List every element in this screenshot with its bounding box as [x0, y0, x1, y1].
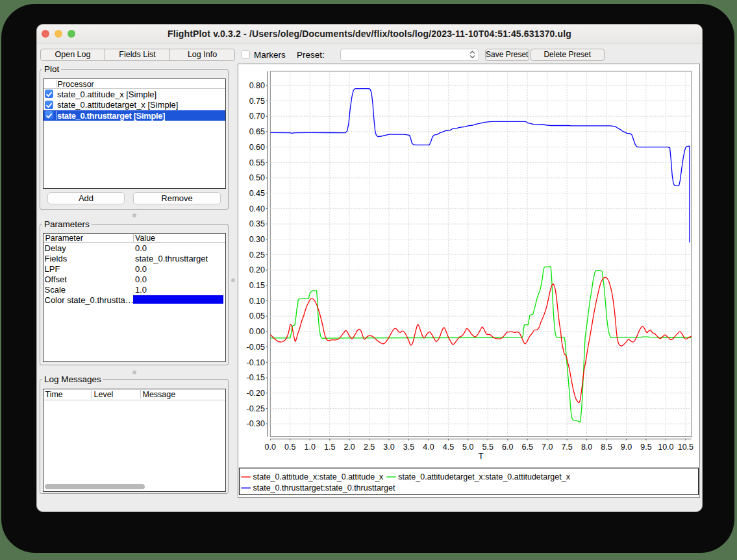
- svg-text:0.65: 0.65: [249, 127, 265, 136]
- svg-text:0.35: 0.35: [249, 219, 265, 228]
- svg-text:state_0.thrusttarget:state_0.t: state_0.thrusttarget:state_0.thrusttarge…: [253, 483, 395, 493]
- svg-text:T: T: [478, 451, 483, 461]
- svg-text:6.0: 6.0: [502, 443, 513, 452]
- svg-text:0.45: 0.45: [249, 189, 265, 198]
- svg-text:0.25: 0.25: [249, 250, 265, 260]
- svg-text:8.5: 8.5: [601, 443, 612, 452]
- svg-text:-0.05: -0.05: [247, 343, 266, 352]
- svg-text:0.80: 0.80: [249, 81, 265, 90]
- svg-text:5.5: 5.5: [482, 443, 493, 452]
- svg-text:0.05: 0.05: [249, 311, 265, 321]
- svg-text:2.0: 2.0: [344, 443, 355, 452]
- svg-text:4.0: 4.0: [423, 443, 434, 452]
- svg-text:7.5: 7.5: [561, 443, 572, 452]
- svg-text:1.0: 1.0: [305, 443, 316, 452]
- svg-text:-0.10: -0.10: [247, 358, 266, 367]
- svg-text:0.55: 0.55: [249, 158, 265, 167]
- svg-text:-0.15: -0.15: [247, 373, 266, 382]
- svg-text:state_0.attitude_x:state_0.att: state_0.attitude_x:state_0.attitude_x: [253, 472, 384, 481]
- svg-text:6.5: 6.5: [522, 443, 533, 452]
- svg-text:1.5: 1.5: [324, 443, 335, 452]
- svg-text:0.30: 0.30: [249, 235, 265, 244]
- svg-text:10.0: 10.0: [658, 443, 673, 452]
- svg-text:3.5: 3.5: [403, 443, 414, 452]
- svg-text:0.40: 0.40: [249, 204, 265, 213]
- svg-text:-0.25: -0.25: [247, 404, 266, 413]
- svg-text:0.60: 0.60: [249, 143, 265, 152]
- svg-text:0.10: 0.10: [249, 297, 265, 306]
- svg-text:7.0: 7.0: [542, 443, 553, 452]
- svg-text:0.70: 0.70: [249, 112, 265, 121]
- svg-text:9.0: 9.0: [621, 443, 632, 452]
- svg-text:9.5: 9.5: [640, 443, 651, 452]
- svg-text:0.75: 0.75: [249, 97, 265, 106]
- svg-text:-0.30: -0.30: [247, 419, 266, 428]
- svg-text:0.20: 0.20: [249, 265, 265, 274]
- svg-text:3.0: 3.0: [383, 443, 394, 452]
- svg-text:0.15: 0.15: [249, 281, 265, 290]
- svg-text:2.5: 2.5: [364, 443, 375, 452]
- svg-text:0.00: 0.00: [249, 327, 265, 336]
- svg-text:5.0: 5.0: [462, 443, 473, 452]
- svg-text:0.0: 0.0: [265, 443, 276, 452]
- svg-text:4.5: 4.5: [443, 443, 454, 452]
- svg-text:-0.20: -0.20: [247, 389, 266, 398]
- svg-text:0.50: 0.50: [249, 173, 265, 182]
- svg-text:0.5: 0.5: [284, 443, 295, 452]
- svg-text:state_0.attitudetarget_x:state: state_0.attitudetarget_x:state_0.attitud…: [398, 472, 571, 481]
- svg-text:8.0: 8.0: [581, 443, 592, 452]
- svg-text:10.5: 10.5: [678, 443, 693, 452]
